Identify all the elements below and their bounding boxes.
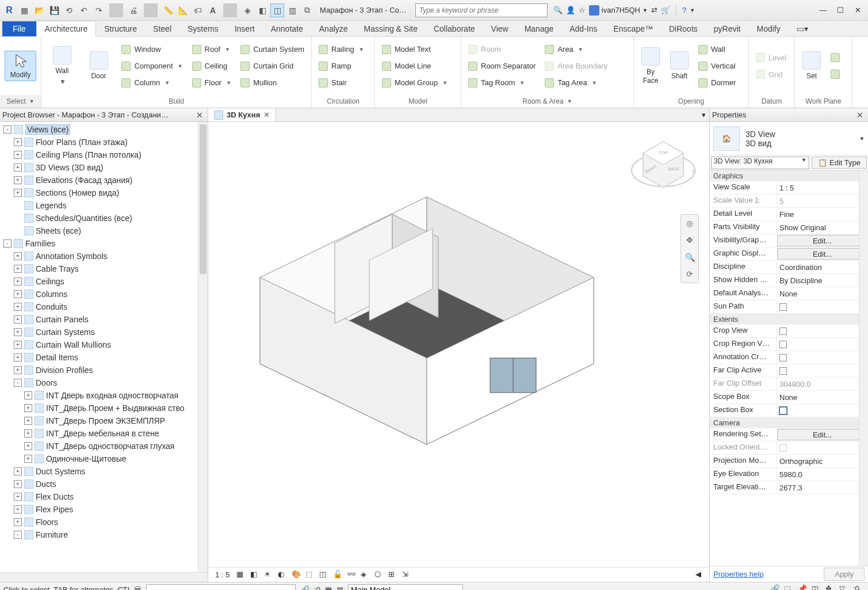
help-icon[interactable]: ? — [682, 6, 686, 14]
group-extents[interactable]: Extents⌄ — [710, 314, 868, 325]
undo-icon[interactable]: ↶ — [77, 3, 91, 17]
expand-icon[interactable]: + — [14, 277, 22, 286]
instance-selector[interactable]: 3D View: 3D Кухня ▼ — [711, 157, 809, 169]
prop-parts-visibility[interactable]: Parts VisibilityShow Original — [710, 221, 868, 234]
search-input[interactable] — [415, 3, 548, 17]
close-icon[interactable]: ✕ — [263, 111, 270, 119]
expand-icon[interactable]: + — [14, 290, 22, 298]
viewer-button[interactable] — [828, 67, 842, 82]
expand-icon[interactable]: + — [24, 391, 32, 399]
crop-region-icon[interactable]: ◫ — [319, 570, 330, 580]
revit-logo-icon[interactable]: R — [2, 3, 16, 17]
tree-node[interactable]: +Floors — [0, 516, 208, 528]
temp-hide-icon[interactable]: 👓 — [347, 570, 357, 580]
mullion-button[interactable]: Mullion — [238, 75, 307, 90]
tree-node[interactable]: +Ceiling Plans (План потолка) — [0, 149, 208, 161]
roof-button[interactable]: Roof▼ — [190, 42, 234, 57]
tree-node[interactable]: +Detail Items — [0, 351, 208, 364]
prop-crop-view[interactable]: Crop View — [710, 325, 868, 338]
prop-annotation-crop[interactable]: Annotation Cr… — [710, 351, 868, 364]
tab-steel[interactable]: Steel — [145, 21, 179, 36]
shaft-button[interactable]: Shaft — [667, 50, 691, 81]
wall-opening-button[interactable]: Wall — [696, 42, 738, 57]
model-text-button[interactable]: Model Text — [380, 42, 450, 57]
tab-file[interactable]: File — [2, 21, 36, 36]
tree-node[interactable]: +Curtain Systems — [0, 326, 208, 338]
keynotes-icon[interactable]: 👤 — [566, 6, 575, 14]
sync-icon[interactable]: ⟲ — [62, 3, 76, 17]
vertical-button[interactable]: Vertical — [696, 59, 738, 74]
type-selector[interactable]: 🏠 3D View 3D вид ▼ — [710, 122, 868, 155]
room-separator-button[interactable]: Room Separator — [466, 59, 538, 74]
close-button[interactable]: ✕ — [850, 3, 866, 17]
group-camera[interactable]: Camera⌄ — [710, 417, 868, 428]
tree-node[interactable]: +INT_Дверь Проем ЭКЗЕМПЛЯР — [0, 414, 208, 427]
expand-icon[interactable]: + — [14, 265, 22, 273]
view-cube[interactable]: TOP BACK RIGHT N — [629, 130, 698, 199]
switch-icon[interactable]: ⧉ — [300, 3, 314, 17]
checkbox[interactable] — [779, 303, 787, 311]
status-dropdown[interactable] — [146, 584, 296, 591]
filter-icon[interactable]: ▽ — [839, 584, 851, 591]
tree-node[interactable]: +Flex Ducts — [0, 490, 208, 503]
expand-icon[interactable]: + — [14, 315, 22, 323]
dormer-button[interactable]: Dormer — [696, 75, 738, 90]
expand-icon[interactable]: + — [14, 328, 22, 336]
tab-collaborate[interactable]: Collaborate — [426, 21, 483, 36]
view-tab[interactable]: 3D Кухня ✕ — [208, 108, 276, 121]
tree-node[interactable]: +Elevations (Фасад здания) — [0, 174, 208, 186]
tab-modify[interactable]: Modify — [748, 21, 788, 36]
navigation-bar[interactable]: ◎ ✥ 🔍 ⟳ — [680, 214, 699, 283]
collapse-icon[interactable]: - — [14, 531, 22, 539]
tree-node[interactable]: Legends — [0, 199, 208, 212]
expand-icon[interactable]: + — [14, 138, 22, 146]
pan-icon[interactable]: ✥ — [686, 235, 693, 245]
save-icon[interactable]: 💾 — [47, 3, 61, 17]
select-links-icon[interactable]: 🔗 — [770, 584, 782, 591]
tab-annotate[interactable]: Annotate — [263, 21, 311, 36]
grid-button[interactable]: Grid — [754, 67, 789, 82]
checkbox[interactable] — [779, 407, 787, 414]
search-icon[interactable]: 🔍 — [553, 6, 563, 14]
checkbox[interactable] — [779, 328, 787, 335]
component-button[interactable]: Component▼ — [119, 59, 185, 74]
tree-node[interactable]: +Curtain Wall Mullions — [0, 338, 208, 351]
expand-icon[interactable]: + — [14, 505, 22, 513]
open-icon[interactable]: 📂 — [32, 3, 46, 17]
checkbox[interactable] — [779, 341, 787, 348]
count-icon[interactable]: :0 — [853, 584, 865, 591]
properties-help-link[interactable]: Properties help — [713, 570, 763, 578]
constraint-icon[interactable]: ⊞ — [388, 570, 399, 580]
column-button[interactable]: Column▼ — [119, 75, 185, 90]
tab-addins[interactable]: Add-Ins — [561, 21, 605, 36]
tab-context[interactable]: ▭▾ — [789, 21, 805, 36]
view3d-icon[interactable]: ◈ — [240, 3, 254, 17]
select-underlay-icon[interactable]: ⬚ — [784, 584, 796, 591]
chevron-down-icon[interactable]: ▼ — [859, 136, 865, 142]
tree-node[interactable]: +Ceilings — [0, 275, 208, 288]
prop-scope-box[interactable]: Scope BoxNone — [710, 391, 868, 404]
prop-eye-elevation[interactable]: Eye Elevation5980.0 — [710, 468, 868, 481]
tree-node[interactable]: Sheets (все) — [0, 224, 208, 237]
room-button[interactable]: Room — [466, 42, 538, 57]
tree-node[interactable]: +Curtain Panels — [0, 313, 208, 326]
scroll-left-icon[interactable]: ◀ — [695, 570, 706, 580]
prop-graphic-display[interactable]: Graphic Displ…Edit... — [710, 248, 868, 261]
window-button[interactable]: Window — [119, 42, 185, 57]
model-group-button[interactable]: Model Group▼ — [380, 75, 450, 90]
prop-rendering-settings[interactable]: Rendering Set…Edit... — [710, 428, 868, 441]
curtain-grid-button[interactable]: Curtain Grid — [238, 59, 307, 74]
align-icon[interactable]: 📐 — [176, 3, 190, 17]
scrollbar-vertical[interactable] — [198, 122, 208, 572]
section-icon[interactable]: ◧ — [255, 3, 269, 17]
tab-insert[interactable]: Insert — [227, 21, 263, 36]
tree-node[interactable]: +Sections (Номер вида) — [0, 186, 208, 199]
favorite-icon[interactable]: ☆ — [579, 6, 586, 14]
scrollbar-vertical[interactable] — [859, 170, 868, 566]
prop-crop-region-v[interactable]: Crop Region V… — [710, 338, 868, 351]
set-button[interactable]: Set — [800, 50, 824, 81]
level-button[interactable]: Level — [754, 50, 789, 65]
rendering-icon[interactable]: 🎨 — [292, 570, 302, 580]
tree-node[interactable]: +3D Views (3D вид) — [0, 161, 208, 174]
tab-enscape[interactable]: Enscape™ — [606, 21, 661, 36]
